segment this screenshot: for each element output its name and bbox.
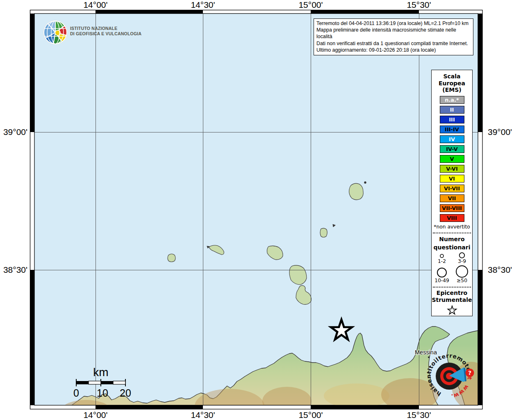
scale-tick-20: 20 bbox=[120, 387, 131, 399]
info-line-updated: Ultimo aggiornamento: 09-01-2026 20:18 (… bbox=[316, 47, 471, 53]
legend-title: Scala Europea (EMS) bbox=[432, 73, 472, 94]
islet-strombolicchio bbox=[364, 182, 366, 183]
epicenter-legend-symbol bbox=[432, 305, 472, 317]
question-mark-icon: ? bbox=[468, 370, 471, 376]
intensity-chip-iv: IV bbox=[440, 135, 464, 143]
circle-size-50plus-icon bbox=[455, 265, 469, 278]
circle-size-3-9-icon bbox=[457, 252, 466, 258]
axis-top-14-30: 14°30' bbox=[191, 0, 215, 9]
circle-size-10-49-icon bbox=[436, 267, 448, 278]
size-bin-3-9-label: 3-9 bbox=[458, 258, 466, 265]
ingv-name-line2: DI GEOFISICA E VULCANOLOGIA bbox=[70, 31, 141, 36]
questionnaire-size-row-1: 1-2 3-9 bbox=[432, 252, 472, 265]
legend-title-line2: Europea bbox=[432, 80, 472, 87]
info-line-datanote: Dati non verificati estratti da 1 questi… bbox=[316, 40, 471, 47]
intensity-chip-iii-iv: III-IV bbox=[440, 126, 464, 133]
axis-top-15-00: 15°00' bbox=[298, 0, 323, 9]
intensity-chip-ii: II bbox=[440, 106, 464, 114]
size-bin-3-9: 3-9 bbox=[453, 252, 471, 265]
epicenter-title-line1: Epicentro bbox=[432, 290, 472, 297]
axis-bottom-15-00: 15°00' bbox=[298, 411, 323, 420]
circle-size-1-2-icon bbox=[438, 252, 446, 258]
legend-panel: Scala Europea (EMS) n.a.* II III III-IV … bbox=[431, 70, 473, 316]
intensity-chip-v-vi: V-VI bbox=[440, 165, 464, 173]
scale-tick-0: 0 bbox=[73, 387, 79, 399]
epicenter-title-line2: Strumentale bbox=[432, 297, 472, 304]
epicenter-star-icon bbox=[446, 305, 458, 315]
size-bin-50plus-label: ≥50 bbox=[457, 278, 467, 284]
size-bin-10-49-label: 10-49 bbox=[434, 278, 449, 284]
intensity-chip-v: V bbox=[440, 155, 464, 163]
legend-separator bbox=[433, 233, 471, 233]
legend-title-line1: Scala bbox=[432, 73, 472, 80]
sea bbox=[34, 14, 478, 405]
earthquake-info-box: Terremoto del 04-04-2011 13:36:19 (ora l… bbox=[314, 18, 473, 55]
island-panarea bbox=[320, 228, 327, 237]
axis-right-38-30: 38°30' bbox=[488, 265, 512, 274]
scale-tick-10: 10 bbox=[97, 387, 108, 399]
ingv-name-line1: ISTITUTO NAZIONALE bbox=[70, 26, 117, 31]
axis-bottom-14-00: 14°00' bbox=[83, 411, 107, 420]
scale-bar-unit: km bbox=[93, 366, 108, 379]
questionnaire-size-row-2: 10-49 ≥50 bbox=[432, 265, 472, 284]
questionnaires-title-line2: questionari bbox=[432, 243, 472, 251]
intensity-chip-iii: III bbox=[440, 116, 464, 123]
intensity-chip-na: n.a.* bbox=[440, 96, 464, 104]
intensity-chip-vi: VI bbox=[440, 175, 464, 183]
legend-separator-2 bbox=[433, 287, 471, 288]
questionnaires-title: Numero questionari bbox=[432, 235, 472, 251]
size-bin-1-2-label: 1-2 bbox=[438, 258, 446, 265]
size-bin-1-2: 1-2 bbox=[433, 252, 451, 265]
macroseismic-map-page: Messina km 0 10 20 haisenti bbox=[0, 0, 514, 420]
size-bin-50plus: ≥50 bbox=[453, 265, 471, 284]
axis-top-15-30: 15°30' bbox=[407, 0, 431, 9]
legend-title-line3: (EMS) bbox=[432, 87, 472, 94]
info-line-event: Terremoto del 04-04-2011 13:36:19 (ora l… bbox=[316, 20, 471, 27]
questionnaires-title-line1: Numero bbox=[432, 235, 472, 243]
intensity-chip-iv-v: IV-V bbox=[440, 145, 464, 153]
epicenter-legend-title: Epicentro Strumentale bbox=[432, 290, 472, 304]
messina-label: Messina bbox=[415, 349, 437, 356]
intensity-chip-vii: VII bbox=[440, 194, 464, 202]
intensity-chip-viii: VIII bbox=[440, 214, 464, 222]
messina-marker bbox=[428, 356, 430, 358]
intensity-chip-vi-vii: VI-VII bbox=[440, 185, 464, 192]
ingv-globe-icon bbox=[43, 21, 67, 44]
island-alicudi bbox=[168, 254, 175, 262]
island-stromboli bbox=[349, 183, 364, 200]
axis-right-39-00: 39°00' bbox=[488, 128, 512, 137]
info-line-mapdesc: Mappa preliminare delle intensità macros… bbox=[316, 27, 471, 40]
axis-top-14-00: 14°00' bbox=[83, 0, 107, 9]
intensity-chip-vii-viii: VII-VIII bbox=[440, 204, 464, 212]
legend-footnote: *non avvertito bbox=[432, 224, 472, 230]
intensity-scale: n.a.* II III III-IV IV IV-V V V-VI VI VI… bbox=[432, 96, 472, 222]
axis-bottom-15-30: 15°30' bbox=[407, 411, 431, 420]
axis-left-38-30: 38°30' bbox=[3, 265, 27, 274]
size-bin-10-49: 10-49 bbox=[433, 267, 451, 284]
axis-bottom-14-30: 14°30' bbox=[191, 411, 215, 420]
axis-left-39-00: 39°00' bbox=[3, 128, 27, 137]
